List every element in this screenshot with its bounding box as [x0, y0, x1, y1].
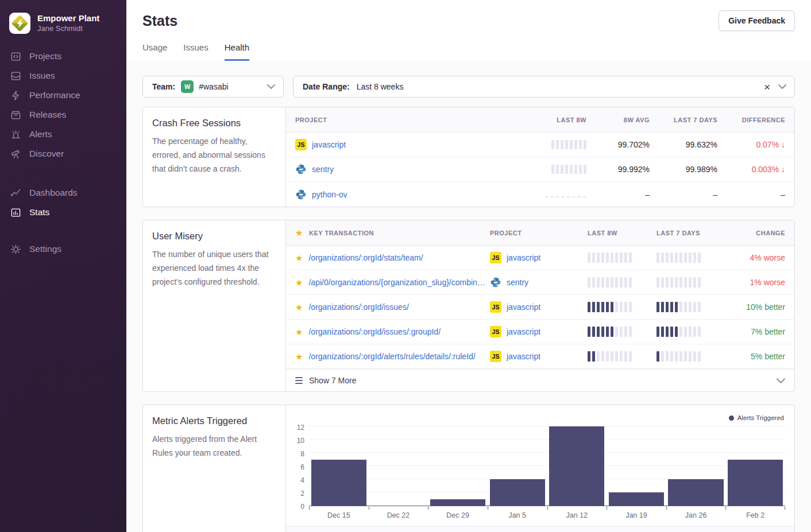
tab-issues[interactable]: Issues [183, 42, 208, 61]
key-transaction-star-icon[interactable]: ★ [295, 278, 303, 287]
y-tick-label: 4 [300, 476, 304, 484]
sidebar-item-alerts[interactable]: Alerts [0, 125, 126, 144]
crash-free-sessions-panel: Crash Free Sessions The percentage of he… [142, 107, 795, 207]
alert-rules-table: ALERT RULE PROJECT LAST 8W AVERAGE THIS … [286, 526, 794, 532]
projects-icon [10, 51, 21, 62]
change-value: 7% better [751, 327, 785, 336]
project-link[interactable]: javascript [507, 327, 540, 336]
sidebar-item-label: Stats [29, 207, 49, 218]
change-value: 4% worse [750, 253, 785, 262]
change-value: 5% better [751, 352, 785, 361]
sidebar-item-projects[interactable]: Projects [0, 46, 126, 66]
performance-icon [10, 90, 21, 101]
nav-tertiary: Settings [0, 239, 126, 259]
table-row: ★ /organizations/:orgId/issues/:groupId/… [286, 320, 794, 344]
panel-description: The percentage of healthy, errored, and … [152, 134, 276, 176]
table-row: python-ov – – – [286, 182, 794, 207]
sidebar-item-discover[interactable]: Discover [0, 144, 126, 164]
org-switcher[interactable]: Empower Plant Jane Schmidt [0, 9, 126, 46]
tab-usage[interactable]: Usage [142, 42, 167, 61]
team-label: Team: [152, 82, 175, 91]
chevron-down-icon[interactable] [778, 84, 786, 89]
key-transaction-star-icon[interactable]: ★ [295, 303, 303, 312]
col-key-transaction: KEY TRANSACTION [309, 230, 374, 236]
main-content: Stats Give Feedback Usage Issues Health … [126, 0, 811, 532]
user-name: Jane Schmidt [37, 24, 99, 33]
col-last-8w: LAST 8W [588, 230, 652, 236]
show-more-button[interactable]: Show 7 More [286, 369, 794, 391]
project-link[interactable]: python-ov [312, 190, 347, 199]
table-row: ★ /organizations/:orgId/alerts/rules/det… [286, 344, 794, 369]
team-value: #wasabi [199, 82, 228, 91]
platform-icon: JS [490, 252, 501, 263]
table-row: ★ /api/0/organizations/{organization_slu… [286, 270, 794, 295]
chevron-down-icon [777, 378, 785, 383]
sidebar-item-label: Releases [29, 110, 67, 120]
difference-value: – [781, 190, 785, 199]
chart-bar[interactable] [311, 460, 366, 506]
team-selector[interactable]: Team: W #wasabi [142, 76, 284, 98]
platform-icon [490, 277, 501, 288]
transaction-link[interactable]: /api/0/organizations/{organization_slug}… [308, 278, 485, 287]
project-link[interactable]: javascript [507, 253, 540, 262]
bolt-icon [17, 19, 23, 28]
col-last-8w: LAST 8W [557, 117, 586, 123]
chart-bar[interactable] [549, 426, 604, 506]
chart-plot-area [309, 427, 785, 506]
chart-bar-slot [607, 427, 666, 506]
date-range-selector[interactable]: Date Range: Last 8 weeks × [293, 76, 795, 98]
chart-bar[interactable] [609, 492, 664, 506]
difference-value: 0.003% ↓ [752, 165, 785, 174]
transaction-link[interactable]: /organizations/:orgId/issues/:groupId/ [308, 327, 441, 336]
y-tick-label: 2 [300, 490, 304, 498]
chart-bar[interactable] [668, 479, 723, 506]
avg-8w-value: 99.702% [618, 140, 650, 149]
alerts-triggered-chart: Alerts Triggered 024681012 Dec 15Dec 22D… [286, 405, 794, 519]
chart-bar[interactable] [490, 479, 545, 506]
settings-icon [10, 243, 21, 255]
sidebar-item-settings[interactable]: Settings [0, 239, 126, 259]
page-title: Stats [142, 10, 177, 29]
dashboards-icon [10, 187, 21, 199]
misery-sparkline-8w [588, 327, 652, 337]
chart-legend[interactable]: Alerts Triggered [729, 414, 784, 421]
trend-sparkline [545, 192, 586, 197]
project-link[interactable]: javascript [507, 352, 540, 361]
last-7d-value: 99.632% [686, 140, 717, 149]
chart-y-axis: 024681012 [292, 427, 309, 506]
legend-label: Alerts Triggered [737, 414, 784, 421]
chart-bar[interactable] [728, 460, 783, 506]
key-transaction-star-icon[interactable]: ★ [295, 254, 303, 262]
key-transaction-star-icon[interactable]: ★ [295, 328, 303, 336]
sidebar-item-releases[interactable]: Releases [0, 105, 126, 125]
sidebar-item-stats[interactable]: Stats [0, 203, 126, 222]
transaction-link[interactable]: /organizations/:orgId/stats/team/ [308, 253, 423, 262]
page-header: Stats Give Feedback Usage Issues Health [126, 0, 811, 61]
panel-title: Crash Free Sessions [152, 118, 276, 129]
project-link[interactable]: sentry [312, 165, 334, 174]
project-link[interactable]: javascript [312, 140, 346, 149]
tab-health[interactable]: Health [225, 42, 249, 61]
sidebar-item-issues[interactable]: Issues [0, 66, 126, 86]
org-name: Empower Plant [37, 13, 99, 24]
clear-date-icon[interactable]: × [764, 81, 770, 92]
x-tick-label: Dec 22 [369, 511, 428, 519]
date-range-value: Last 8 weeks [357, 82, 404, 91]
filter-row: Team: W #wasabi Date Range: Last 8 weeks… [142, 76, 795, 98]
chart-bar[interactable] [430, 499, 485, 506]
transaction-link[interactable]: /organizations/:orgId/issues/ [308, 302, 408, 312]
transaction-link[interactable]: /organizations/:orgId/alerts/rules/detai… [308, 352, 475, 361]
team-avatar: W [181, 80, 194, 93]
sidebar-item-dashboards[interactable]: Dashboards [0, 183, 126, 203]
x-tick-label: Jan 5 [488, 511, 547, 519]
give-feedback-button[interactable]: Give Feedback [719, 10, 795, 31]
panel-description: The number of unique users that experien… [152, 247, 276, 289]
project-link[interactable]: sentry [507, 278, 528, 287]
key-transaction-star-icon[interactable]: ★ [295, 352, 303, 361]
project-link[interactable]: javascript [507, 302, 540, 312]
y-tick-label: 10 [297, 437, 304, 445]
platform-icon: JS [490, 351, 501, 362]
sidebar-item-performance[interactable]: Performance [0, 86, 126, 105]
chevron-down-icon [267, 84, 275, 89]
user-misery-panel: User Misery The number of unique users t… [142, 220, 795, 392]
